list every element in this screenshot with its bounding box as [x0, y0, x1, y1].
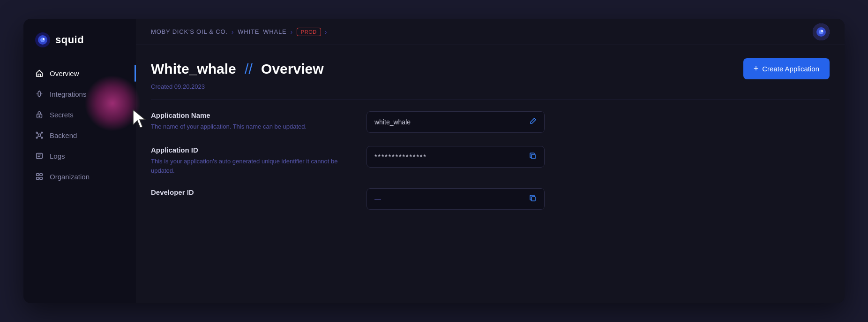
sidebar-item-secrets-label: Secrets	[50, 111, 74, 119]
app-name-input-col: white_whale	[367, 111, 545, 133]
svg-rect-21	[531, 197, 535, 201]
integrations-icon	[35, 89, 44, 99]
sidebar-item-integrations[interactable]: Integrations	[23, 84, 136, 104]
topbar: MOBY DICK'S OIL & CO. › WHITE_WHALE › pr…	[136, 19, 845, 45]
sidebar-item-overview-label: Overview	[50, 69, 79, 77]
organization-icon	[35, 172, 44, 181]
svg-point-3	[43, 38, 45, 40]
logs-icon	[35, 151, 44, 161]
breadcrumb: MOBY DICK'S OIL & CO. › WHITE_WHALE › pr…	[151, 28, 327, 36]
sidebar-item-integrations-label: Integrations	[50, 90, 86, 98]
sidebar-item-backend[interactable]: Backend	[23, 125, 136, 146]
developer-id-field[interactable]: —	[367, 188, 545, 210]
developer-id-label-col: Developer ID	[151, 188, 348, 199]
svg-rect-15	[40, 177, 42, 180]
breadcrumb-sep-2: ›	[290, 28, 292, 36]
sidebar-item-secrets[interactable]: Secrets	[23, 104, 136, 125]
svg-point-8	[41, 132, 43, 133]
svg-rect-11	[37, 153, 43, 159]
svg-point-5	[39, 116, 40, 117]
form-row-app-name: Application Name The name of your applic…	[151, 111, 830, 133]
app-id-label: Application ID	[151, 146, 348, 154]
developer-id-value: —	[374, 195, 381, 203]
app-id-input-col: ***************	[367, 146, 545, 168]
app-window: squid Overview Inte	[23, 19, 845, 303]
page-title-section: Overview	[261, 61, 323, 77]
page-title: White_whale // Overview	[151, 61, 323, 77]
title-separator: //	[245, 61, 256, 77]
svg-rect-14	[37, 177, 39, 180]
svg-point-19	[821, 30, 823, 32]
sidebar-item-organization-label: Organization	[50, 173, 90, 181]
sidebar-item-backend-label: Backend	[50, 131, 77, 139]
app-id-desc: This is your application's auto generate…	[151, 157, 348, 175]
home-icon	[35, 69, 44, 78]
breadcrumb-app: WHITE_WHALE	[238, 28, 286, 35]
main-content: MOBY DICK'S OIL & CO. › WHITE_WHALE › pr…	[136, 19, 845, 303]
logo-text: squid	[55, 34, 84, 46]
sidebar: squid Overview Inte	[23, 19, 136, 303]
form-row-developer-id: Developer ID —	[151, 188, 830, 210]
app-name-label: Application Name	[151, 111, 348, 119]
app-id-label-col: Application ID This is your application'…	[151, 146, 348, 175]
developer-id-input-col: —	[367, 188, 545, 210]
copy-icon-app-id[interactable]	[529, 152, 537, 161]
svg-point-18	[819, 30, 823, 34]
logo-area: squid	[23, 19, 136, 59]
developer-id-label: Developer ID	[151, 188, 348, 196]
squid-logo-icon	[35, 32, 51, 48]
edit-icon[interactable]	[529, 117, 537, 127]
svg-point-2	[40, 38, 45, 42]
form-content: Application Name The name of your applic…	[136, 100, 845, 303]
svg-rect-13	[40, 174, 42, 176]
app-id-value: ***************	[374, 153, 427, 161]
user-avatar[interactable]	[813, 23, 830, 40]
svg-rect-12	[37, 174, 39, 176]
app-id-field[interactable]: ***************	[367, 146, 545, 168]
page-title-row: White_whale // Overview + Create Applica…	[151, 58, 830, 79]
form-row-app-id: Application ID This is your application'…	[151, 146, 830, 175]
sidebar-nav: Overview Integrations	[23, 59, 136, 303]
sidebar-item-logs[interactable]: Logs	[23, 146, 136, 166]
svg-point-10	[41, 137, 43, 138]
backend-icon	[35, 130, 44, 140]
create-application-label: Create Application	[762, 65, 819, 73]
sidebar-item-overview[interactable]: Overview	[23, 63, 136, 84]
secrets-icon	[35, 110, 44, 119]
sidebar-item-logs-label: Logs	[50, 152, 65, 160]
app-name-label-col: Application Name The name of your applic…	[151, 111, 348, 131]
app-name-field[interactable]: white_whale	[367, 111, 545, 133]
copy-icon-developer-id[interactable]	[529, 194, 537, 204]
create-application-button[interactable]: + Create Application	[743, 58, 830, 79]
page-title-app: White_whale	[151, 61, 236, 77]
svg-point-9	[36, 137, 37, 138]
env-badge[interactable]: prod	[297, 28, 321, 36]
app-name-desc: The name of your application. This name …	[151, 122, 348, 131]
svg-point-7	[36, 132, 37, 133]
sidebar-item-organization[interactable]: Organization	[23, 166, 136, 187]
created-date: Created 09.20.2023	[151, 83, 830, 90]
avatar-icon	[813, 23, 830, 40]
plus-icon: +	[754, 64, 759, 74]
breadcrumb-sep-1: ›	[232, 28, 234, 36]
svg-point-6	[38, 134, 40, 136]
page-header: White_whale // Overview + Create Applica…	[136, 45, 845, 90]
breadcrumb-org: MOBY DICK'S OIL & CO.	[151, 28, 228, 35]
breadcrumb-sep-3: ›	[325, 28, 327, 36]
svg-rect-20	[531, 154, 535, 159]
app-name-value: white_whale	[374, 118, 411, 126]
